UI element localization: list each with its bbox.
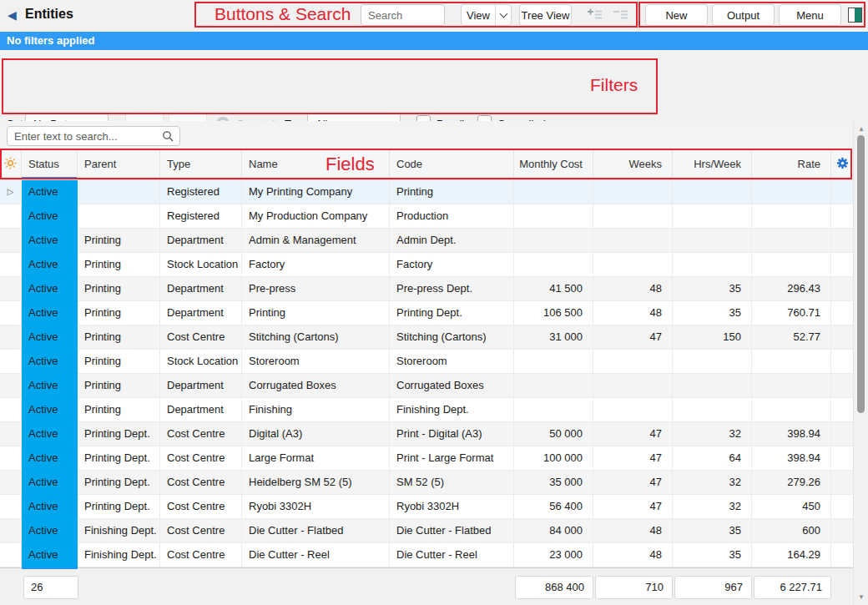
cell-hrs-week[interactable] [673,180,752,204]
table-row[interactable]: Active Printing Department Corrugated Bo… [0,374,853,398]
cell-code[interactable]: Ryobi 3302H [390,495,514,519]
cell-parent[interactable]: Printing [78,398,160,422]
table-row[interactable]: Active Printing Department Printing Prin… [0,301,853,325]
back-icon[interactable]: ◀ [8,8,17,22]
cell-name[interactable]: My Production Company [242,204,390,229]
cell-hrs-week[interactable]: 35 [673,277,752,301]
cell-rate[interactable]: 760.71 [752,301,831,325]
cell-name[interactable]: Storeroom [242,350,390,374]
auto-filter-header-cell[interactable] [0,149,22,179]
cell-parent[interactable]: Printing [78,350,160,374]
table-row[interactable]: Active Printing Stock Location Storeroom… [0,350,853,374]
cell-type[interactable]: Department [160,277,242,301]
cell-type[interactable]: Cost Centre [160,543,242,567]
cell-weeks[interactable]: 48 [593,519,673,543]
cell-code[interactable]: Corrugated Boxes [390,374,514,398]
cell-rate[interactable]: 398.94 [752,446,831,471]
row-expander-icon[interactable] [0,398,22,422]
cell-rate[interactable]: 296.43 [752,277,831,301]
view-dropdown-toggle[interactable] [495,5,511,25]
table-row[interactable]: Active Printing Department Pre-press Pre… [0,277,853,301]
cell-name[interactable]: Pre-press [242,277,390,301]
output-button[interactable]: Output [712,4,775,26]
cell-name[interactable]: Die Cutter - Reel [242,543,390,567]
cell-code[interactable]: Production [390,204,514,229]
cell-name[interactable]: Printing [242,301,390,325]
cell-monthly-cost[interactable] [514,398,593,422]
cell-status[interactable]: Active [22,253,78,277]
table-row[interactable]: Active Printing Cost Centre Stitching (C… [0,325,853,350]
cell-status[interactable]: Active [22,301,78,325]
cell-type[interactable]: Department [160,374,242,398]
cell-rate[interactable]: 52.77 [752,325,831,350]
cell-type[interactable]: Cost Centre [160,519,242,543]
cell-parent[interactable]: Printing Dept. [78,471,160,495]
row-expander-icon[interactable] [0,350,22,374]
cell-hrs-week[interactable]: 35 [673,519,752,543]
cell-name[interactable]: Stitching (Cartons) [242,325,390,350]
cell-weeks[interactable] [593,229,673,253]
cell-rate[interactable]: 600 [752,519,831,543]
cell-parent[interactable] [78,180,160,204]
cell-weeks[interactable]: 47 [593,422,673,446]
cell-monthly-cost[interactable] [514,180,593,204]
column-header-name[interactable]: Name [242,149,390,179]
cell-parent[interactable]: Printing [78,277,160,301]
cell-weeks[interactable]: 48 [593,301,673,325]
cell-monthly-cost[interactable] [514,374,593,398]
cell-status[interactable]: Active [22,204,78,229]
cell-weeks[interactable]: 47 [593,325,673,350]
cell-name[interactable]: Large Format [242,446,390,471]
table-row[interactable]: Active Registered My Production Company … [0,204,853,229]
cell-code[interactable]: Die Cutter - Flatbed [390,519,514,543]
grid-search-input[interactable] [7,126,180,146]
cell-monthly-cost[interactable]: 50 000 [514,422,593,446]
row-expander-icon[interactable] [0,422,22,446]
cell-monthly-cost[interactable] [514,253,593,277]
cell-type[interactable]: Cost Centre [160,471,242,495]
cell-weeks[interactable] [593,374,673,398]
cell-monthly-cost[interactable]: 23 000 [514,543,593,567]
cell-name[interactable]: My Printing Company [242,180,390,204]
row-expander-icon[interactable] [0,495,22,519]
cell-status[interactable]: Active [22,277,78,301]
cell-monthly-cost[interactable] [514,229,593,253]
cell-hrs-week[interactable]: 64 [673,446,752,471]
cell-type[interactable]: Department [160,301,242,325]
tree-view-button[interactable]: Tree View [519,4,572,26]
cell-type[interactable]: Stock Location [160,350,242,374]
cell-parent[interactable]: Printing [78,374,160,398]
menu-button[interactable]: Menu [779,4,841,26]
cell-weeks[interactable] [593,180,673,204]
search-icon[interactable] [162,130,174,144]
cell-rate[interactable]: 398.94 [752,422,831,446]
cell-rate[interactable]: 279.26 [752,471,831,495]
cell-rate[interactable] [752,374,831,398]
cell-weeks[interactable]: 48 [593,277,673,301]
row-expander-icon[interactable] [0,301,22,325]
column-chooser-cell[interactable] [831,149,853,179]
cell-name[interactable]: Factory [242,253,390,277]
cell-name[interactable]: Finishing [242,398,390,422]
cell-rate[interactable] [752,229,831,253]
column-header-type[interactable]: Type [160,149,242,179]
table-row[interactable]: Active Finishing Dept. Cost Centre Die C… [0,543,853,567]
column-header-parent[interactable]: Parent [78,149,160,179]
cell-weeks[interactable] [593,204,673,229]
cell-weeks[interactable]: 48 [593,543,673,567]
cell-status[interactable]: Active [22,350,78,374]
cell-monthly-cost[interactable]: 56 400 [514,495,593,519]
cell-rate[interactable] [752,253,831,277]
cell-hrs-week[interactable]: 150 [673,325,752,350]
cell-weeks[interactable] [593,350,673,374]
cell-hrs-week[interactable]: 32 [673,422,752,446]
cell-monthly-cost[interactable] [514,350,593,374]
cell-hrs-week[interactable]: 32 [673,495,752,519]
cell-parent[interactable]: Finishing Dept. [78,543,160,567]
cell-monthly-cost[interactable]: 84 000 [514,519,593,543]
cell-name[interactable]: Heidelberg SM 52 (5) [242,471,390,495]
scrollbar-thumb[interactable] [857,135,865,413]
cell-monthly-cost[interactable]: 100 000 [514,446,593,471]
row-expander-icon[interactable]: ▷ [0,180,22,204]
column-header-hrs-week[interactable]: Hrs/Week [673,149,752,179]
